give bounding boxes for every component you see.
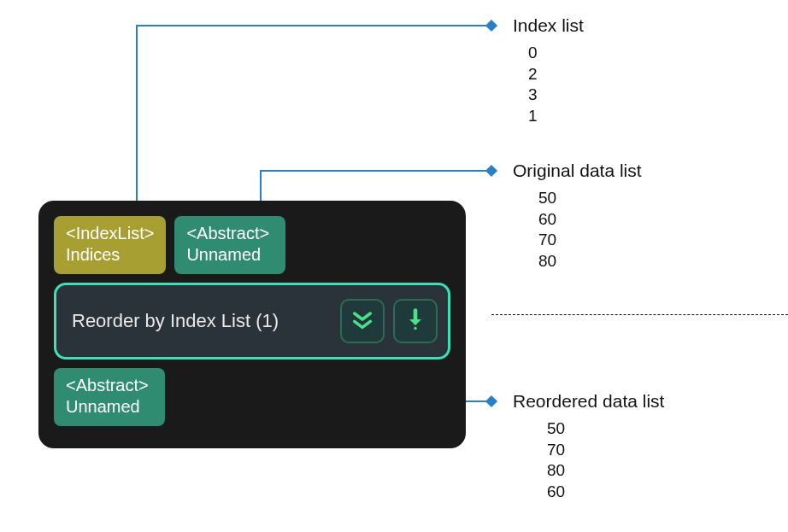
annotation-original-data-values: 50 60 70 80 [538,188,556,272]
divider-line [491,314,788,315]
list-item: 80 [538,251,556,272]
svg-rect-1 [485,20,497,32]
list-item: 50 [538,188,556,209]
port-type-label: <IndexList> [66,223,154,244]
annotation-original-data-label: Original data list [513,161,642,181]
list-item: 70 [547,440,565,461]
port-type-label: <Abstract> [66,375,153,396]
svg-point-6 [414,327,417,330]
svg-rect-3 [485,165,497,177]
port-name-label: Indices [66,244,154,266]
node-title: Reorder by Index List (1) [72,310,340,332]
input-port-indices[interactable]: <IndexList> Indices [54,216,166,274]
expand-down-button[interactable] [340,299,385,343]
list-item: 1 [528,106,538,127]
annotation-reordered-data-label: Reordered data list [513,391,664,412]
list-item: 60 [538,209,556,231]
list-item: 3 [528,85,538,106]
port-name-label: Unnamed [186,244,273,266]
list-item: 2 [528,64,538,85]
list-item: 50 [547,418,565,440]
annotation-index-list-values: 0 2 3 1 [528,43,538,127]
list-item: 0 [528,43,538,64]
list-item: 70 [538,230,556,251]
input-ports-row: <IndexList> Indices <Abstract> Unnamed [54,216,450,274]
node-body[interactable]: Reorder by Index List (1) [54,283,450,360]
node-panel: <IndexList> Indices <Abstract> Unnamed R… [38,201,466,448]
run-button[interactable] [393,299,438,343]
annotation-reordered-data-values: 50 70 80 60 [547,418,565,503]
port-name-label: Unnamed [66,396,153,418]
arrow-down-icon [403,307,427,335]
list-item: 80 [547,460,565,482]
annotation-index-list-label: Index list [513,15,584,36]
output-port-abstract[interactable]: <Abstract> Unnamed [54,368,165,426]
node-buttons [340,299,438,343]
input-port-abstract[interactable]: <Abstract> Unnamed [174,216,285,274]
output-ports-row: <Abstract> Unnamed [54,368,450,426]
port-type-label: <Abstract> [186,223,273,244]
svg-rect-5 [485,395,497,407]
list-item: 60 [547,482,565,503]
double-chevron-down-icon [350,307,374,335]
